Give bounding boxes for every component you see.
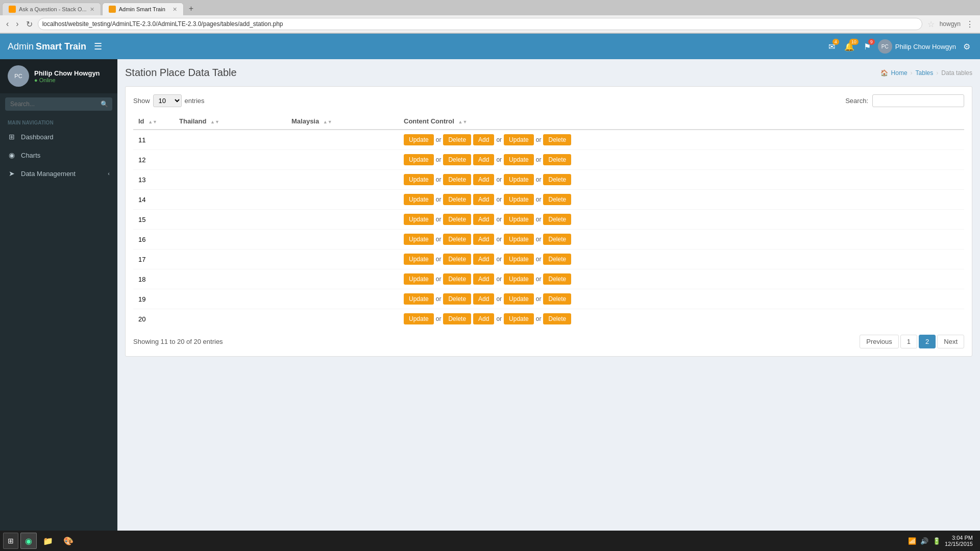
th-malaysia[interactable]: Malaysia ▲▼: [286, 113, 399, 130]
delete-btn-2[interactable]: Delete: [543, 293, 571, 305]
delete-btn-1[interactable]: Delete: [443, 273, 471, 285]
update-btn-1[interactable]: Update: [404, 254, 434, 265]
add-btn[interactable]: Add: [473, 254, 494, 265]
paint-taskbar-icon[interactable]: 🎨: [59, 533, 78, 549]
add-btn[interactable]: Add: [473, 174, 494, 185]
sep-2: or: [496, 216, 502, 223]
sidebar-item-dashboard[interactable]: ⊞ Dashboard: [0, 128, 117, 146]
sidebar-item-charts[interactable]: ◉ Charts: [0, 146, 117, 164]
update-btn-1[interactable]: Update: [404, 214, 434, 225]
sidebar-toggle-button[interactable]: ☰: [94, 41, 102, 52]
update-btn-1[interactable]: Update: [404, 293, 434, 305]
chrome-taskbar-icon[interactable]: ◉: [20, 533, 37, 549]
update-btn-2[interactable]: Update: [504, 134, 534, 145]
add-btn[interactable]: Add: [473, 194, 494, 205]
brand-admin: Admin: [8, 41, 34, 52]
delete-btn-1[interactable]: Delete: [443, 313, 471, 324]
start-button[interactable]: ⊞: [3, 533, 18, 549]
sidebar-avatar: PC: [8, 65, 29, 87]
reload-button[interactable]: ↻: [24, 18, 35, 30]
breadcrumb-tables-link[interactable]: Tables: [916, 69, 934, 77]
browser-menu-button[interactable]: ⋮: [964, 18, 976, 30]
delete-btn-1[interactable]: Delete: [443, 194, 471, 205]
add-btn[interactable]: Add: [473, 214, 494, 225]
previous-button[interactable]: Previous: [860, 335, 899, 348]
update-btn-1[interactable]: Update: [404, 273, 434, 285]
update-btn-2[interactable]: Update: [504, 154, 534, 165]
update-btn-2[interactable]: Update: [504, 273, 534, 285]
add-btn[interactable]: Add: [473, 313, 494, 324]
breadcrumb-home-link[interactable]: Home: [891, 69, 908, 77]
next-button[interactable]: Next: [937, 335, 964, 348]
show-entries-select[interactable]: 10 25 50 100: [153, 94, 182, 107]
update-btn-2[interactable]: Update: [504, 234, 534, 245]
sidebar-item-data-management[interactable]: ➤ Data Management ‹: [0, 164, 117, 183]
cell-thailand: [174, 249, 286, 269]
delete-btn-1[interactable]: Delete: [443, 134, 471, 145]
delete-btn-1[interactable]: Delete: [443, 293, 471, 305]
th-thailand[interactable]: Thailand ▲▼: [174, 113, 286, 130]
update-btn-2[interactable]: Update: [504, 214, 534, 225]
cell-id: 15: [133, 210, 174, 230]
update-btn-2[interactable]: Update: [504, 174, 534, 185]
th-content-control[interactable]: Content Control ▲▼: [399, 113, 964, 130]
cell-malaysia: [286, 230, 399, 249]
update-btn-1[interactable]: Update: [404, 313, 434, 324]
browser-tab-1[interactable]: Ask a Question - Stack O... ✕: [2, 3, 101, 15]
flag-icon-button[interactable]: ⚑ 9: [862, 40, 873, 54]
update-btn-1[interactable]: Update: [404, 134, 434, 145]
tab-close-2[interactable]: ✕: [173, 6, 177, 13]
delete-btn-2[interactable]: Delete: [543, 313, 571, 324]
th-id[interactable]: Id ▲▼: [133, 113, 174, 130]
url-bar[interactable]: [38, 18, 922, 30]
add-btn[interactable]: Add: [473, 234, 494, 245]
delete-btn-2[interactable]: Delete: [543, 254, 571, 265]
bookmark-icon[interactable]: ☆: [927, 19, 935, 29]
forward-button[interactable]: ›: [14, 18, 20, 30]
browser-tab-2[interactable]: Admin Smart Train ✕: [102, 3, 184, 15]
delete-btn-1[interactable]: Delete: [443, 154, 471, 165]
update-btn-2[interactable]: Update: [504, 313, 534, 324]
howgyn-label: howgyn: [940, 20, 961, 28]
cell-thailand: [174, 289, 286, 309]
page-2-button[interactable]: 2: [919, 335, 936, 348]
mail-icon-button[interactable]: ✉ 4: [826, 40, 837, 54]
sidebar-search-input[interactable]: [5, 97, 112, 111]
sep-2: or: [496, 295, 502, 303]
search-input[interactable]: [872, 94, 964, 107]
update-btn-2[interactable]: Update: [504, 254, 534, 265]
back-button[interactable]: ‹: [4, 18, 11, 30]
delete-btn-2[interactable]: Delete: [543, 234, 571, 245]
table-row: 15 Update or Delete Add or Update or Del…: [133, 210, 964, 230]
delete-btn-2[interactable]: Delete: [543, 134, 571, 145]
update-btn-1[interactable]: Update: [404, 154, 434, 165]
update-btn-1[interactable]: Update: [404, 194, 434, 205]
delete-btn-1[interactable]: Delete: [443, 254, 471, 265]
add-btn[interactable]: Add: [473, 273, 494, 285]
sep-1: or: [436, 315, 442, 322]
delete-btn-2[interactable]: Delete: [543, 194, 571, 205]
delete-btn-2[interactable]: Delete: [543, 214, 571, 225]
page-1-button[interactable]: 1: [900, 335, 917, 348]
delete-btn-1[interactable]: Delete: [443, 214, 471, 225]
bell-icon-button[interactable]: 🔔 10: [842, 40, 856, 54]
delete-btn-1[interactable]: Delete: [443, 234, 471, 245]
settings-icon-button[interactable]: ⚙: [961, 40, 972, 54]
delete-btn-2[interactable]: Delete: [543, 154, 571, 165]
delete-btn-2[interactable]: Delete: [543, 174, 571, 185]
update-btn-2[interactable]: Update: [504, 293, 534, 305]
delete-btn-1[interactable]: Delete: [443, 174, 471, 185]
header-user[interactable]: PC Philip Chow Howgyn: [878, 39, 956, 54]
add-btn[interactable]: Add: [473, 293, 494, 305]
cell-id: 17: [133, 249, 174, 269]
folder-taskbar-icon[interactable]: 📁: [39, 533, 57, 549]
sep-3: or: [536, 176, 542, 183]
new-tab-button[interactable]: +: [185, 2, 198, 15]
add-btn[interactable]: Add: [473, 154, 494, 165]
add-btn[interactable]: Add: [473, 134, 494, 145]
update-btn-1[interactable]: Update: [404, 234, 434, 245]
update-btn-2[interactable]: Update: [504, 194, 534, 205]
update-btn-1[interactable]: Update: [404, 174, 434, 185]
delete-btn-2[interactable]: Delete: [543, 273, 571, 285]
tab-close-1[interactable]: ✕: [90, 6, 94, 13]
